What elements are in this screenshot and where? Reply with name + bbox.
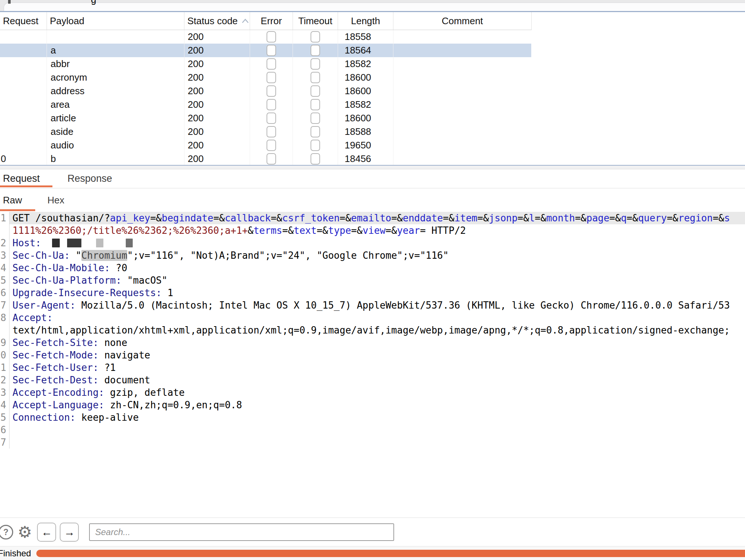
line-number: 1	[0, 361, 10, 374]
results-body: 20018558a20018564abbr20018582acronym2001…	[0, 30, 745, 166]
error-checkbox[interactable]	[267, 113, 276, 124]
request-cell	[0, 44, 47, 57]
editor-line[interactable]: 3Sec-Ch-Ua: "Chromium";v="116", "Not)A;B…	[0, 249, 745, 262]
table-row[interactable]: 0b20018456	[0, 152, 531, 166]
column-label: Comment	[442, 15, 483, 27]
editor-line[interactable]: 6	[0, 424, 745, 436]
error-checkbox[interactable]	[267, 45, 276, 56]
status-code-cell: 200	[184, 125, 250, 139]
tab-hex[interactable]: Hex	[44, 188, 77, 212]
editor-line[interactable]: 7User-Agent: Mozilla/5.0 (Macintosh; Int…	[0, 299, 745, 312]
request-editor[interactable]: 1GET /southasian/?api_key=&begindate=&ca…	[0, 212, 745, 517]
editor-line[interactable]: 2Host:	[0, 237, 745, 249]
column-header-status-code[interactable]: Status code	[184, 12, 250, 30]
table-row[interactable]: area20018582	[0, 98, 531, 111]
timeout-checkbox[interactable]	[311, 153, 320, 165]
timeout-checkbox[interactable]	[311, 99, 320, 110]
request-cell	[0, 98, 47, 111]
timeout-checkbox[interactable]	[311, 72, 320, 83]
column-header-comment[interactable]: Comment	[393, 12, 531, 30]
table-row[interactable]: address20018600	[0, 84, 531, 98]
length-cell: 18456	[338, 152, 393, 166]
editor-line[interactable]: 9Sec-Fetch-Site: none	[0, 336, 745, 349]
redacted-block	[52, 239, 60, 247]
tab-hex-label: Hex	[47, 195, 64, 206]
timeout-checkbox[interactable]	[311, 58, 320, 70]
payload-cell	[47, 30, 184, 44]
search-input[interactable]	[89, 523, 394, 541]
editor-line[interactable]: text/html,application/xhtml+xml,applicat…	[0, 324, 745, 336]
results-table: RequestPayloadStatus codeErrorTimeoutLen…	[0, 11, 745, 166]
editor-line[interactable]: 7	[0, 436, 745, 449]
line-number: 2	[0, 374, 10, 386]
table-row[interactable]: audio20019650	[0, 139, 531, 152]
column-header-length[interactable]: Length	[338, 12, 393, 30]
tab-raw[interactable]: Raw	[0, 188, 35, 212]
line-text: 1111%26%2360;/title%26%2362;%26%2360;a+1…	[10, 224, 745, 237]
comment-cell	[393, 139, 531, 152]
help-icon[interactable]: ?	[0, 525, 13, 539]
timeout-checkbox[interactable]	[311, 31, 320, 43]
table-row[interactable]: acronym20018600	[0, 71, 531, 84]
column-header-request[interactable]: Request	[0, 12, 47, 30]
error-checkbox[interactable]	[267, 58, 276, 70]
line-text: Accept:	[10, 312, 745, 324]
error-checkbox[interactable]	[267, 31, 276, 43]
error-checkbox[interactable]	[267, 99, 276, 110]
timeout-checkbox[interactable]	[311, 126, 320, 137]
editor-line[interactable]: 3Accept-Encoding: gzip, deflate	[0, 386, 745, 399]
redacted-block	[96, 239, 103, 247]
results-header: RequestPayloadStatus codeErrorTimeoutLen…	[0, 12, 532, 30]
line-text: User-Agent: Mozilla/5.0 (Macintosh; Inte…	[10, 299, 745, 312]
timeout-checkbox[interactable]	[311, 85, 320, 97]
error-checkbox[interactable]	[267, 85, 276, 97]
editor-line[interactable]: 8Accept:	[0, 312, 745, 324]
editor-line[interactable]: 4Sec-Ch-Ua-Mobile: ?0	[0, 262, 745, 274]
editor-line[interactable]: 6Upgrade-Insecure-Requests: 1	[0, 287, 745, 299]
gear-icon[interactable]: ⚙	[18, 524, 32, 540]
table-row[interactable]: a20018564	[0, 44, 531, 57]
column-header-error[interactable]: Error	[250, 12, 293, 30]
status-code-cell: 200	[184, 57, 250, 71]
editor-line[interactable]: 5Connection: keep-alive	[0, 411, 745, 424]
column-label: Timeout	[298, 15, 333, 27]
forward-button[interactable]: →	[60, 523, 79, 542]
comment-cell	[393, 44, 531, 57]
timeout-checkbox[interactable]	[311, 113, 320, 124]
message-tabs: Request Response	[0, 169, 745, 188]
error-checkbox[interactable]	[267, 140, 276, 151]
column-header-payload[interactable]: Payload	[47, 12, 184, 30]
editor-line[interactable]: 5Sec-Ch-Ua-Platform: "macOS"	[0, 274, 745, 287]
request-cell: 0	[0, 152, 47, 166]
error-checkbox[interactable]	[267, 72, 276, 83]
editor-line[interactable]: 2Sec-Fetch-Dest: document	[0, 374, 745, 386]
panel-divider[interactable]	[0, 165, 745, 169]
line-number: 3	[0, 249, 10, 262]
format-tabs: Raw Hex	[0, 188, 745, 212]
table-row[interactable]: 20018558	[0, 30, 531, 44]
error-cell	[250, 71, 293, 84]
clipped-title-glyph: g	[91, 0, 102, 5]
editor-line[interactable]: 1111%26%2360;/title%26%2362;%26%2360;a+1…	[0, 224, 745, 237]
error-checkbox[interactable]	[267, 126, 276, 137]
line-text	[10, 424, 745, 436]
back-button[interactable]: ←	[37, 523, 56, 542]
timeout-checkbox[interactable]	[311, 140, 320, 151]
table-row[interactable]: aside20018588	[0, 125, 531, 139]
tab-response[interactable]: Response	[65, 169, 125, 188]
editor-line[interactable]: 4Accept-Language: zh-CN,zh;q=0.9,en;q=0.…	[0, 399, 745, 411]
error-checkbox[interactable]	[267, 153, 276, 165]
payload-cell: a	[47, 44, 184, 57]
editor-line[interactable]: 0Sec-Fetch-Mode: navigate	[0, 349, 745, 361]
tab-request-label: Request	[3, 173, 40, 184]
comment-cell	[393, 111, 531, 125]
column-header-timeout[interactable]: Timeout	[293, 12, 338, 30]
table-row[interactable]: abbr20018582	[0, 57, 531, 71]
editor-line[interactable]: 1Sec-Fetch-User: ?1	[0, 361, 745, 374]
comment-cell	[393, 71, 531, 84]
table-row[interactable]: article20018600	[0, 111, 531, 125]
timeout-checkbox[interactable]	[311, 45, 320, 56]
tab-request[interactable]: Request	[0, 169, 52, 188]
line-text: Accept-Language: zh-CN,zh;q=0.9,en;q=0.8	[10, 399, 745, 411]
editor-line[interactable]: 1GET /southasian/?api_key=&begindate=&ca…	[0, 212, 745, 224]
